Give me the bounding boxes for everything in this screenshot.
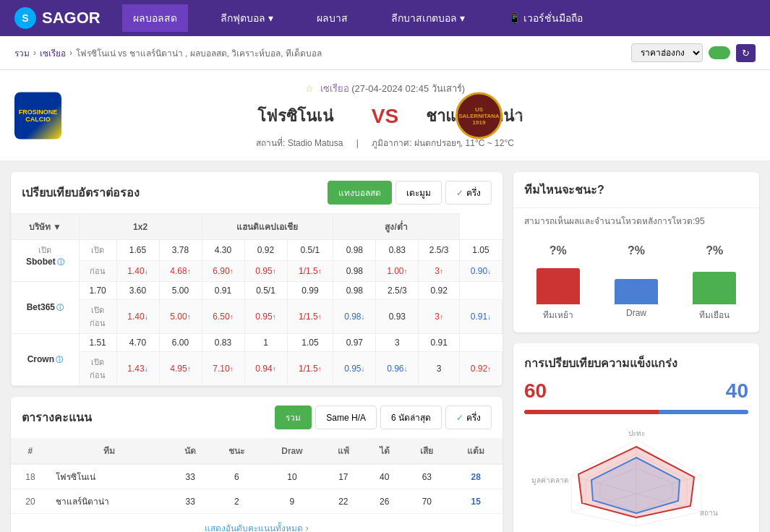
col-bookmaker: บริษัท ▼	[12, 214, 80, 240]
crown-label-before: ก่อน	[79, 352, 116, 386]
bet365-before-hc2: 0.98↓	[333, 300, 376, 334]
draw-frosinone: 10	[262, 464, 322, 489]
vote-away-pct: ?%	[706, 244, 723, 257]
played-frosinone: 33	[169, 464, 212, 489]
chevron-down-icon-2: ▾	[460, 12, 465, 24]
sbobet-before-hc2: 0.98	[333, 261, 376, 282]
crown-open-ouline: 3	[376, 334, 419, 352]
strength-bar-red	[524, 410, 659, 414]
pts-frosinone: 28	[450, 464, 502, 489]
team-frosinone: โฟรซิโนเน่	[50, 464, 169, 489]
crown-open-ou1: 0.97	[333, 334, 376, 352]
sbobet-open-hc1: 0.92	[244, 240, 287, 261]
refresh-button[interactable]: ↻	[736, 44, 756, 62]
win-salernitana: 2	[212, 489, 262, 514]
col-win: ชนะ	[212, 438, 262, 464]
standings-btn-group: รวม Same H/A 6 นัดล่าสุด ✓ ครึ่ง	[275, 406, 492, 429]
btn-check-standings[interactable]: ✓ ครึ่ง	[445, 406, 492, 429]
nav-item-leagues[interactable]: ลีกฟุตบอล ▾	[210, 4, 284, 32]
info-icon-2[interactable]: ⓘ	[56, 304, 64, 312]
nav-item-basketball-leagues[interactable]: ลีกบาสเกตบอล ▾	[380, 4, 476, 32]
vote-draw-pct: ?%	[628, 244, 645, 257]
right-column: ทีมไหนจะชนะ? สามารถเห็นผลและจำนวนโหวตหลั…	[513, 172, 759, 532]
sbobet-before-hcline: 1/1.5↑	[287, 261, 333, 282]
crown-open-ou2: 0.91	[419, 334, 460, 352]
btn-table[interactable]: เดะมูม	[395, 181, 442, 205]
win-frosinone: 6	[212, 464, 262, 489]
main-content: เปรียบเทียบอัตราต่อรอง แทงบอลสด เดะมูม ✓…	[0, 161, 770, 532]
logo: S SAGOR	[14, 7, 100, 29]
theme-toggle[interactable]	[709, 46, 730, 59]
vote-home: ?% ทีมเหย้า	[536, 244, 580, 322]
odds-btn-group: แทงบอลสด เดะมูม ✓ ครึ่ง	[328, 181, 492, 205]
nav-item-mobile[interactable]: 📱 เวอร์ชั่นมือถือ	[497, 4, 594, 32]
sbobet-open-x: 3.78	[159, 240, 202, 261]
vote-bars: ?% ทีมเหย้า ?% Draw ?%	[513, 233, 759, 332]
sbobet-before-ou1: 1.00↑	[376, 261, 419, 282]
rank-20: 20	[11, 489, 50, 514]
vs-label: VS	[372, 105, 398, 128]
header: S SAGOR ผลบอลสด ลีกฟุตบอล ▾ ผลบาส ลีกบาส…	[0, 0, 770, 36]
breadcrumb-league[interactable]: เซเรียอ	[40, 46, 66, 60]
bet365-open-hcline: 0.5/1	[244, 282, 287, 300]
crown-open-2: 6.00	[159, 334, 202, 352]
bet365-open-hc2: 0.99	[287, 282, 333, 300]
btn-home-away[interactable]: Same H/A	[315, 406, 377, 429]
draw-salernitana: 9	[262, 489, 322, 514]
vote-bar-green	[693, 272, 736, 304]
vote-home-pct: ?%	[549, 244, 567, 257]
rank-18: 18	[11, 464, 50, 489]
table-row: ก่อน 1.43↓ 4.95↑ 7.10↑ 0.94↑ 1/1.5↑ 0.95…	[12, 352, 502, 386]
strength-title: การเปรียบเทียบความแข็งแกร่ง	[524, 354, 748, 372]
match-date: (27-04-2024 02:45 วันเสาร์)	[351, 83, 465, 94]
mobile-icon: 📱	[508, 12, 521, 24]
show-all-link[interactable]: แสดงอันดับคะแนนทั้งหมด ›	[205, 523, 308, 532]
standings-header: ตารางคะแนน รวม Same H/A 6 นัดล่าสุด ✓ คร…	[11, 397, 502, 438]
vote-bar-red	[536, 268, 580, 304]
btn-combined[interactable]: รวม	[275, 406, 312, 429]
nav-item-basketball[interactable]: ผลบาส	[306, 4, 359, 32]
scored-frosinone: 40	[364, 464, 404, 489]
bet365-before-ouline: 3↑	[419, 300, 460, 334]
conceded-frosinone: 63	[404, 464, 449, 489]
btn-live-bet[interactable]: แทงบอลสด	[328, 181, 392, 205]
sbobet-open-ou1: 0.83	[376, 240, 419, 261]
breadcrumb-home[interactable]: รวม	[14, 46, 30, 60]
region-select[interactable]: ราคาฮ่องกง	[631, 43, 703, 62]
bet365-before-hc1: 0.95↑	[244, 300, 287, 334]
scored-salernitana: 26	[364, 489, 404, 514]
nav-item-live[interactable]: ผลบอลสด	[122, 4, 188, 32]
stadium-label: สถานที่: Stadio Matusa	[256, 138, 343, 148]
bet365-before-2: 6.50↑	[202, 300, 244, 334]
crown-before-ou1: 0.96↓	[376, 352, 419, 386]
bet365-open-hc1: 0.91	[202, 282, 244, 300]
bet365-before-ou2: 0.91↓	[459, 300, 502, 334]
svg-text:ปะทะ: ปะทะ	[628, 429, 645, 437]
info-icon-3[interactable]: ⓘ	[56, 356, 63, 364]
info-icon[interactable]: ⓘ	[57, 258, 64, 266]
svg-text:สถาน: สถาน	[700, 509, 718, 517]
strength-score-left: 60	[524, 379, 547, 403]
btn-last6[interactable]: 6 นัดล่าสุด	[380, 406, 442, 429]
col-handicap: แฮนดิแคปเอเชีย	[202, 214, 333, 240]
col-draw: Draw	[262, 438, 322, 464]
odds-title: เปรียบเทียบอัตราต่อรอง	[22, 184, 140, 202]
crown-before-hcline: 1/1.5↑	[287, 352, 333, 386]
region-selector-area: ราคาฮ่องกง ↻	[631, 43, 756, 62]
vote-draw-bar	[615, 261, 658, 304]
sbobet-before-ou2: 0.90↓	[459, 261, 502, 282]
bet365-open-2: 5.00	[159, 282, 202, 300]
bet365-label-before: ก่อน	[79, 300, 116, 334]
star-icon-left[interactable]: ☆	[305, 83, 314, 94]
match-hero: ☆ เซเรียอ (27-04-2024 02:45 วันเสาร์) FR…	[0, 70, 770, 161]
odds-table: บริษัท ▼ 1x2 แฮนดิแคปเอเชีย สูง/ต่ำ Sbob…	[11, 213, 502, 386]
btn-check[interactable]: ✓ ครึ่ง	[445, 181, 492, 205]
star-icon-right[interactable]: ☆	[511, 108, 524, 124]
sbobet-open-ou2: 1.05	[459, 240, 502, 261]
logo-icon: S	[14, 7, 36, 29]
breadcrumb-bar: รวม › เซเรียอ › โฟรซิโนเน่ vs ชาแลร์นิตา…	[0, 36, 770, 70]
table-row: 18 โฟรซิโนเน่ 33 6 10 17 40 63 28	[11, 464, 502, 489]
col-played: นัด	[169, 438, 212, 464]
crown-open-hc1: 0.83	[202, 334, 244, 352]
crown-open-x: 4.70	[116, 334, 159, 352]
